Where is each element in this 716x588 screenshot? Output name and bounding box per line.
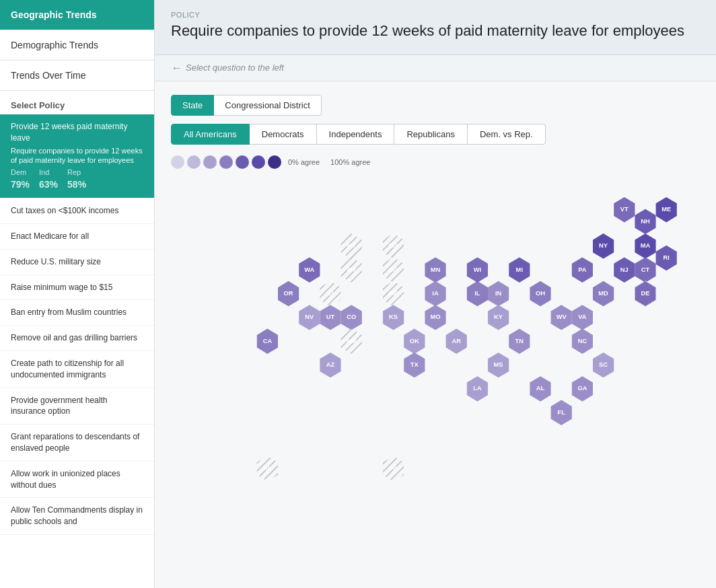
state-WA[interactable]: WA bbox=[299, 257, 320, 282]
tab-all-americans[interactable]: All Americans bbox=[171, 124, 250, 145]
state-TN[interactable]: TN bbox=[509, 328, 530, 353]
state-SC[interactable]: SC bbox=[593, 352, 614, 377]
state-GA[interactable]: GA bbox=[572, 376, 593, 401]
svg-marker-19 bbox=[593, 281, 614, 305]
audience-tab-group: All Americans Democrats Independents Rep… bbox=[171, 124, 700, 145]
state-MN[interactable]: MN bbox=[425, 257, 445, 282]
state-AK[interactable]: AK bbox=[257, 455, 278, 480]
policy-item-muslim[interactable]: Ban entry from Muslim countries bbox=[0, 300, 154, 326]
state-VA[interactable]: VA bbox=[572, 305, 593, 330]
state-HI[interactable]: HI bbox=[383, 455, 404, 480]
state-IN[interactable]: IN bbox=[488, 281, 509, 305]
state-WV[interactable]: WV bbox=[551, 305, 572, 330]
policy-item-military[interactable]: Reduce U.S. military size bbox=[0, 250, 154, 275]
state-ID[interactable]: ID bbox=[320, 281, 341, 305]
state-AL[interactable]: AL bbox=[530, 376, 550, 401]
state-MA[interactable]: MA bbox=[635, 233, 655, 258]
state-FL[interactable]: FL bbox=[551, 400, 572, 425]
state-DE[interactable]: DE bbox=[635, 281, 655, 305]
state-TX[interactable]: TX bbox=[404, 352, 425, 377]
svg-marker-91 bbox=[278, 281, 299, 305]
state-KS[interactable]: KS bbox=[383, 305, 404, 330]
tab-state[interactable]: State bbox=[171, 95, 214, 116]
policy-item-oil[interactable]: Remove oil and gas drilling barriers bbox=[0, 326, 154, 351]
nav-geographic[interactable]: Geographic Trends bbox=[0, 0, 154, 30]
state-CA[interactable]: CA bbox=[257, 328, 278, 353]
state-IA[interactable]: IA bbox=[425, 281, 445, 305]
state-RI[interactable]: RI bbox=[656, 245, 677, 270]
state-PA[interactable]: PA bbox=[572, 257, 593, 282]
nav-trends[interactable]: Trends Over Time bbox=[0, 61, 154, 91]
state-CO[interactable]: CO bbox=[341, 305, 362, 330]
policy-item-maternity[interactable]: Provide 12 weeks paid maternity leave Re… bbox=[0, 114, 154, 198]
state-MS[interactable]: MS bbox=[488, 352, 509, 377]
svg-marker-89 bbox=[320, 281, 341, 305]
state-NY[interactable]: NY bbox=[593, 233, 614, 258]
state-AR[interactable]: AR bbox=[446, 328, 467, 353]
state-VT[interactable]: VT bbox=[614, 197, 635, 222]
state-NV[interactable]: NV bbox=[299, 305, 320, 330]
state-ND[interactable]: ND bbox=[383, 233, 404, 258]
state-MI[interactable]: MI bbox=[509, 257, 530, 282]
state-SD[interactable]: SD bbox=[383, 257, 404, 282]
tab-republicans[interactable]: Republicans bbox=[394, 124, 468, 145]
legend-min-label: 0% agree bbox=[288, 158, 320, 166]
legend-dot-4 bbox=[236, 155, 249, 169]
state-NJ[interactable]: NJ bbox=[614, 257, 635, 282]
policy-item-commandments[interactable]: Allow Ten Commandments display in public… bbox=[0, 498, 154, 535]
state-MO[interactable]: MO bbox=[425, 305, 445, 330]
tab-democrats[interactable]: Democrats bbox=[249, 124, 317, 145]
svg-marker-67 bbox=[383, 305, 404, 330]
svg-marker-85 bbox=[299, 305, 320, 330]
state-ME[interactable]: ME bbox=[656, 197, 677, 222]
state-AZ[interactable]: AZ bbox=[320, 352, 341, 377]
svg-marker-29 bbox=[509, 257, 530, 282]
state-NE[interactable]: NE bbox=[383, 281, 404, 305]
state-LA[interactable]: LA bbox=[467, 376, 488, 401]
policy-header: Policy Require companies to provide 12 w… bbox=[155, 0, 716, 55]
policy-title: Require companies to provide 12 weeks of… bbox=[171, 22, 700, 41]
state-UT[interactable]: UT bbox=[320, 305, 341, 330]
svg-marker-93 bbox=[299, 257, 320, 282]
policy-item-unions[interactable]: Allow work in unionized places without d… bbox=[0, 462, 154, 499]
svg-marker-81 bbox=[341, 328, 362, 353]
nav-demographic[interactable]: Demographic Trends bbox=[0, 30, 154, 61]
policy-stats: Dem 79% Ind 63% Rep 58% bbox=[11, 168, 143, 191]
policy-item-immigration[interactable]: Create path to citizenship for all undoc… bbox=[0, 351, 154, 388]
policy-item-reparations[interactable]: Grant reparations to descendants of ensl… bbox=[0, 425, 154, 462]
state-CT[interactable]: CT bbox=[635, 257, 655, 282]
legend-dot-3 bbox=[219, 155, 233, 169]
svg-marker-69 bbox=[383, 281, 404, 305]
state-NM[interactable]: NM bbox=[341, 328, 362, 353]
tab-congressional[interactable]: Congressional District bbox=[213, 95, 321, 116]
policy-item-health[interactable]: Provide government health insurance opti… bbox=[0, 388, 154, 425]
policy-item-taxes[interactable]: Cut taxes on <$100K incomes bbox=[0, 198, 154, 224]
svg-marker-73 bbox=[383, 233, 404, 258]
state-MD[interactable]: MD bbox=[593, 281, 614, 305]
svg-marker-23 bbox=[551, 305, 572, 330]
state-MT[interactable]: MT bbox=[341, 233, 362, 258]
state-WY[interactable]: WY bbox=[341, 257, 362, 282]
policy-item-minwage[interactable]: Raise minimum wage to $15 bbox=[0, 275, 154, 301]
state-IL[interactable]: IL bbox=[467, 281, 488, 305]
tab-independents[interactable]: Independents bbox=[316, 124, 395, 145]
legend-dot-0 bbox=[171, 155, 184, 169]
select-policy-title: Select Policy bbox=[0, 91, 154, 114]
state-NH[interactable]: NH bbox=[635, 209, 655, 233]
state-WI[interactable]: WI bbox=[467, 257, 488, 282]
sidebar: Geographic Trends Demographic Trends Tre… bbox=[0, 0, 155, 588]
ind-stat: Ind 63% bbox=[39, 168, 58, 191]
tab-dem-vs-rep[interactable]: Dem. vs Rep. bbox=[467, 124, 546, 145]
state-OK[interactable]: OK bbox=[404, 328, 425, 353]
us-hex-map: ME NH VT MA bbox=[171, 180, 700, 529]
svg-marker-59 bbox=[467, 376, 488, 401]
svg-marker-57 bbox=[446, 328, 467, 353]
policy-item-medicare[interactable]: Enact Medicare for all bbox=[0, 224, 154, 250]
state-KY[interactable]: KY bbox=[488, 305, 509, 330]
legend-max-label: 100% agree bbox=[330, 158, 370, 166]
state-OR[interactable]: OR bbox=[278, 281, 299, 305]
state-NC[interactable]: NC bbox=[572, 328, 593, 353]
back-link[interactable]: ← Select question to the left bbox=[155, 55, 716, 81]
state-OH[interactable]: OH bbox=[530, 281, 550, 305]
svg-marker-13 bbox=[593, 233, 614, 258]
